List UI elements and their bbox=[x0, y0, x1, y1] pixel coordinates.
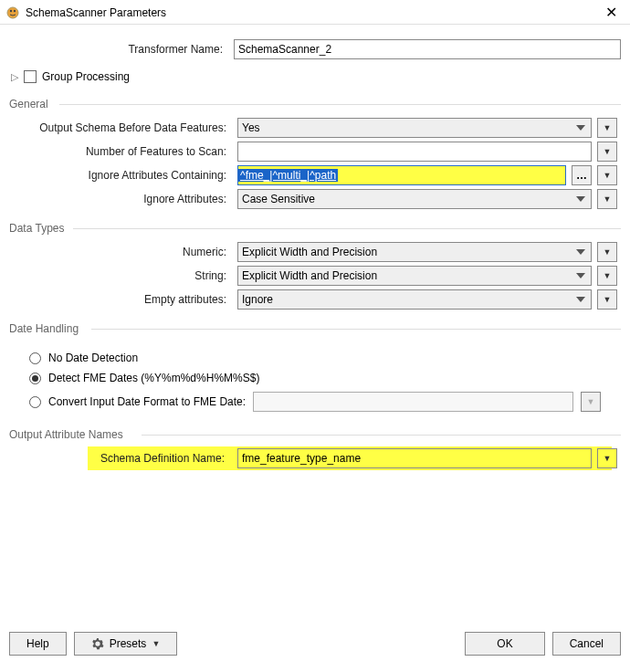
ignore-containing-input[interactable]: ^fme_|^multi_|^path bbox=[237, 165, 566, 185]
empty-select[interactable]: Ignore bbox=[237, 289, 592, 310]
help-button[interactable]: Help bbox=[9, 632, 67, 656]
num-features-label: Number of Features to Scan: bbox=[13, 145, 232, 158]
empty-label: Empty attributes: bbox=[13, 293, 232, 306]
ok-button[interactable]: OK bbox=[465, 632, 544, 656]
detect-fme-label: Detect FME Dates (%Y%m%d%H%M%S$) bbox=[48, 372, 259, 384]
num-features-input[interactable] bbox=[237, 142, 592, 162]
numeric-select[interactable]: Explicit Width and Precision bbox=[237, 242, 592, 262]
convert-date-label: Convert Input Date Format to FME Date: bbox=[48, 395, 246, 408]
output-before-menu-button[interactable]: ▼ bbox=[597, 118, 617, 138]
presets-button[interactable]: Presets ▼ bbox=[74, 632, 178, 656]
ignore-containing-browse-button[interactable]: … bbox=[572, 165, 592, 185]
svg-point-1 bbox=[10, 10, 12, 12]
string-select[interactable]: Explicit Width and Precision bbox=[237, 266, 592, 286]
detect-fme-radio[interactable] bbox=[29, 373, 41, 384]
svg-point-0 bbox=[7, 7, 18, 18]
convert-date-select bbox=[253, 392, 573, 412]
transformer-name-label: Transformer Name: bbox=[9, 43, 228, 56]
no-date-label: No Date Detection bbox=[48, 352, 138, 364]
string-menu-button[interactable]: ▼ bbox=[597, 266, 617, 286]
window-title: SchemaScanner Parameters bbox=[26, 6, 602, 19]
output-before-label: Output Schema Before Data Features: bbox=[13, 121, 232, 134]
gear-icon bbox=[91, 637, 104, 650]
svg-point-2 bbox=[14, 10, 16, 12]
app-icon bbox=[5, 5, 20, 20]
empty-menu-button[interactable]: ▼ bbox=[597, 289, 617, 310]
numeric-menu-button[interactable]: ▼ bbox=[597, 242, 617, 262]
datatypes-section-title: Data Types bbox=[9, 222, 621, 235]
group-processing-label: Group Processing bbox=[42, 70, 130, 83]
group-processing-checkbox[interactable] bbox=[24, 70, 37, 83]
close-icon[interactable]: ✕ bbox=[602, 5, 621, 20]
convert-date-menu-button: ▼ bbox=[581, 392, 601, 412]
ignore-attrs-select[interactable]: Case Sensitive bbox=[237, 189, 592, 209]
output-before-select[interactable]: Yes bbox=[237, 118, 592, 138]
ignore-attrs-label: Ignore Attributes: bbox=[13, 193, 232, 205]
general-section-title: General bbox=[9, 98, 621, 110]
string-label: String: bbox=[13, 269, 232, 282]
ignore-containing-label: Ignore Attributes Containing: bbox=[13, 169, 232, 182]
schema-def-menu-button[interactable]: ▼ bbox=[597, 448, 617, 468]
expand-caret-icon[interactable]: ▷ bbox=[11, 71, 18, 83]
ignore-containing-menu-button[interactable]: ▼ bbox=[597, 165, 617, 185]
ignore-attrs-menu-button[interactable]: ▼ bbox=[597, 189, 617, 209]
schema-def-input[interactable] bbox=[237, 448, 592, 468]
numeric-label: Numeric: bbox=[13, 246, 232, 258]
outputattr-section-title: Output Attribute Names bbox=[9, 428, 621, 441]
transformer-name-input[interactable] bbox=[234, 39, 621, 59]
datehandling-section-title: Date Handling bbox=[9, 322, 621, 335]
convert-date-radio[interactable] bbox=[29, 396, 41, 408]
schema-def-label: Schema Definition Name: bbox=[13, 452, 232, 465]
cancel-button[interactable]: Cancel bbox=[552, 632, 621, 656]
num-features-menu-button[interactable]: ▼ bbox=[597, 142, 617, 162]
no-date-radio[interactable] bbox=[29, 352, 41, 364]
